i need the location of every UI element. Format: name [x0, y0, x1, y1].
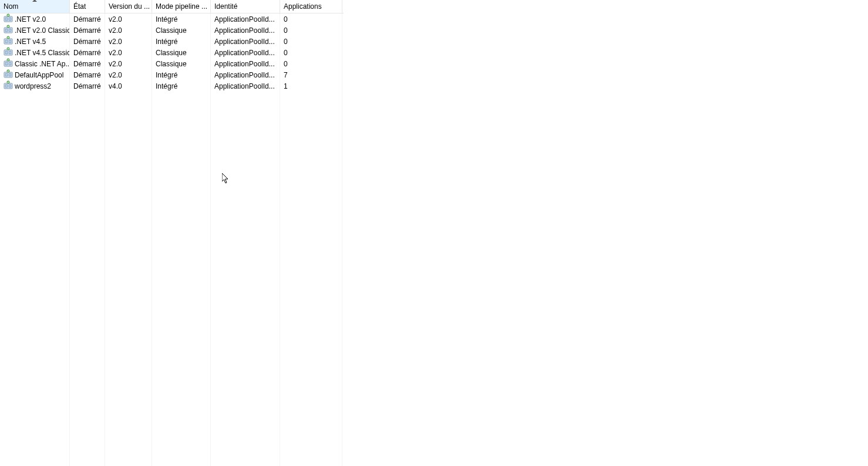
cell-value: 0	[284, 38, 288, 46]
cell-value: Démarré	[73, 49, 101, 57]
cell-version: v2.0	[105, 60, 152, 68]
sort-ascending-icon	[32, 0, 37, 2]
column-divider	[210, 13, 211, 466]
cell-version: v2.0	[105, 49, 152, 57]
column-divider	[69, 13, 70, 466]
column-header-applications[interactable]: Applications	[280, 0, 342, 13]
cell-value: .NET v4.5 Classic	[15, 49, 70, 57]
app-pool-icon	[4, 69, 13, 80]
mouse-cursor-icon	[222, 173, 229, 184]
table-row[interactable]: Classic .NET Ap... Démarré v2.0 Classiqu…	[0, 58, 344, 69]
table-row[interactable]: .NET v4.5 Démarré v2.0 Intégré Applicati…	[0, 36, 344, 47]
cell-etat: Démarré	[70, 26, 105, 35]
cell-value: .NET v2.0 Classic	[15, 26, 70, 35]
svg-rect-14	[9, 51, 11, 54]
svg-rect-10	[9, 40, 11, 43]
cell-mode: Intégré	[152, 71, 211, 79]
cell-applications: 1	[280, 82, 342, 90]
column-header-identite[interactable]: Identité	[211, 0, 280, 13]
cell-value: ApplicationPoolId...	[214, 15, 275, 23]
table-row[interactable]: .NET v2.0 Démarré v2.0 Intégré Applicati…	[0, 13, 344, 25]
cell-value: Classique	[156, 26, 187, 35]
cell-version: v4.0	[105, 82, 152, 90]
svg-rect-25	[5, 85, 8, 87]
cell-etat: Démarré	[70, 38, 105, 46]
cell-value: v2.0	[109, 38, 122, 46]
cell-value: Démarré	[73, 71, 101, 79]
cell-value: .NET v2.0	[15, 15, 46, 23]
cell-value: 0	[284, 49, 288, 57]
cell-identite: ApplicationPoolId...	[211, 38, 280, 46]
cell-version: v2.0	[105, 71, 152, 79]
cell-etat: Démarré	[70, 49, 105, 57]
cell-version: v2.0	[105, 15, 152, 23]
cell-identite: ApplicationPoolId...	[211, 15, 280, 23]
cell-nom: DefaultAppPool	[0, 69, 70, 80]
cell-etat: Démarré	[70, 15, 105, 23]
column-header-nom[interactable]: Nom	[0, 0, 70, 13]
cell-etat: Démarré	[70, 82, 105, 90]
cell-value: ApplicationPoolId...	[214, 71, 275, 79]
svg-rect-21	[5, 73, 8, 76]
cell-version: v2.0	[105, 38, 152, 46]
column-header-label: État	[73, 2, 86, 11]
cell-value: v2.0	[109, 71, 122, 79]
column-header-label: Identité	[214, 2, 237, 11]
cell-value: ApplicationPoolId...	[214, 82, 275, 90]
cell-applications: 7	[280, 71, 342, 79]
cell-applications: 0	[280, 60, 342, 68]
column-divider	[342, 13, 342, 466]
svg-rect-13	[5, 51, 8, 54]
cell-value: Démarré	[73, 38, 101, 46]
cell-identite: ApplicationPoolId...	[211, 49, 280, 57]
cell-identite: ApplicationPoolId...	[211, 60, 280, 68]
svg-rect-6	[9, 29, 11, 32]
app-pool-icon	[4, 36, 13, 47]
column-header-version[interactable]: Version du ...	[105, 0, 152, 13]
svg-rect-9	[5, 40, 8, 43]
cell-nom: .NET v2.0	[0, 13, 70, 25]
table-row[interactable]: .NET v4.5 Classic Démarré v2.0 Classique…	[0, 47, 344, 58]
cell-value: v2.0	[109, 60, 122, 68]
table-row[interactable]: wordpress2 Démarré v4.0 Intégré Applicat…	[0, 80, 344, 92]
cell-nom: .NET v2.0 Classic	[0, 25, 70, 36]
column-divider	[105, 13, 105, 466]
cell-value: Classic .NET Ap...	[15, 60, 70, 68]
app-pool-icon	[4, 13, 13, 25]
svg-rect-1	[5, 18, 8, 21]
cell-nom: .NET v4.5 Classic	[0, 47, 70, 58]
cell-value: wordpress2	[15, 82, 51, 90]
cell-value: .NET v4.5	[15, 38, 46, 46]
cell-value: ApplicationPoolId...	[214, 26, 275, 35]
column-header-label: Mode pipeline ...	[156, 2, 207, 11]
cell-mode: Classique	[152, 60, 211, 68]
cell-mode: Classique	[152, 26, 211, 35]
cell-value: DefaultAppPool	[15, 71, 63, 79]
cell-value: ApplicationPoolId...	[214, 49, 275, 57]
cell-value: Classique	[156, 60, 187, 68]
column-header-label: Applications	[284, 2, 322, 11]
column-header-label: Nom	[4, 2, 18, 11]
cell-value: Intégré	[156, 71, 177, 79]
cell-mode: Intégré	[152, 38, 211, 46]
cell-value: Intégré	[156, 15, 177, 23]
cell-mode: Intégré	[152, 82, 211, 90]
cell-value: 0	[284, 26, 288, 35]
table-header-row: Nom État Version du ... Mode pipeline ..…	[0, 0, 344, 13]
cell-value: 1	[284, 82, 288, 90]
cell-identite: ApplicationPoolId...	[211, 26, 280, 35]
svg-rect-26	[9, 85, 11, 87]
cell-value: Intégré	[156, 38, 177, 46]
cell-etat: Démarré	[70, 71, 105, 79]
table-row[interactable]: .NET v2.0 Classic Démarré v2.0 Classique…	[0, 25, 344, 36]
column-header-etat[interactable]: État	[70, 0, 105, 13]
app-pool-icon	[4, 47, 13, 58]
cell-identite: ApplicationPoolId...	[211, 71, 280, 79]
cell-value: 0	[284, 15, 288, 23]
app-pool-table: Nom État Version du ... Mode pipeline ..…	[0, 0, 344, 466]
column-header-label: Version du ...	[109, 2, 150, 11]
table-row[interactable]: DefaultAppPool Démarré v2.0 Intégré Appl…	[0, 69, 344, 80]
column-header-mode[interactable]: Mode pipeline ...	[152, 0, 211, 13]
svg-rect-18	[9, 62, 11, 65]
cell-value: 0	[284, 60, 288, 68]
